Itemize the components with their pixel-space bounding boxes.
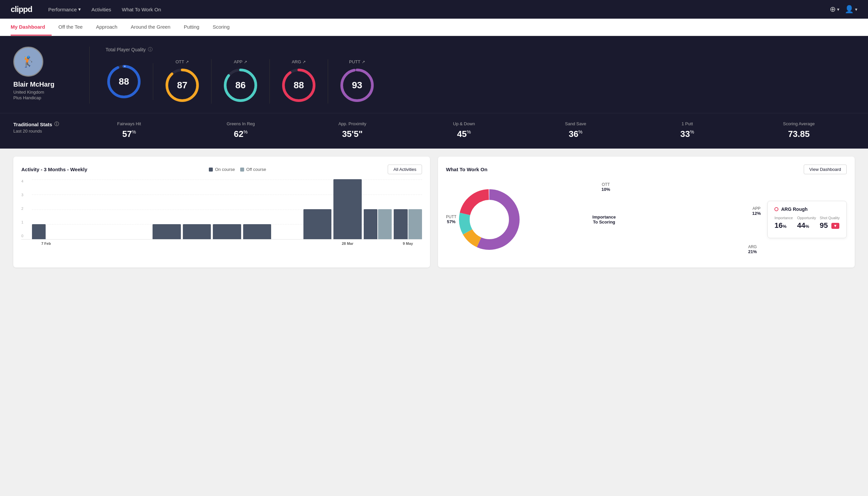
activity-title: Activity - 3 Months - Weekly	[21, 167, 87, 172]
donut-arg-label: ARG 21%	[748, 245, 757, 254]
bar-group-12	[394, 209, 422, 239]
putt-ring-value: 93	[352, 80, 362, 91]
bar-group-5	[183, 224, 211, 239]
bar-chart-inner: 0 1 2 3 4	[21, 180, 422, 239]
shot-quality-value: 95 ▼	[820, 221, 840, 230]
work-on-body: Importance To Scoring OTT 10% APP 12% AR…	[446, 180, 847, 260]
on-course-dot	[209, 168, 213, 172]
stat-one-putt: 1 Putt 33%	[632, 121, 743, 139]
app-ring: 86	[222, 67, 259, 104]
subnav-my-dashboard[interactable]: My Dashboard	[11, 19, 52, 36]
main-ring-value: 88	[119, 76, 129, 87]
stat-proximity-value: 35'5"	[342, 129, 363, 139]
stat-greens-value: 62%	[234, 129, 248, 139]
view-dashboard-button[interactable]: View Dashboard	[804, 165, 847, 174]
main-ring: 88	[106, 63, 142, 100]
info-dot	[774, 207, 778, 211]
nav-activities[interactable]: Activities	[92, 4, 111, 15]
add-button[interactable]: ⊕▾	[830, 5, 839, 14]
player-name: Blair McHarg	[13, 81, 54, 88]
metric-shot-quality: Shot Quality 95 ▼	[820, 216, 840, 230]
subnav-around-the-green[interactable]: Around the Green	[124, 19, 177, 36]
x-label-may: 9 May	[394, 242, 422, 246]
bar-on-6	[213, 224, 241, 239]
bar-group-11	[364, 209, 392, 239]
stat-app-proximity: App. Proximity 35'5"	[297, 121, 408, 139]
quality-title: Total Player Quality ⓘ	[106, 47, 855, 52]
quality-ott-card: OTT ↗ 87	[153, 59, 211, 104]
arg-ring: 88	[281, 67, 317, 104]
bar-chart: 0 1 2 3 4	[21, 180, 422, 246]
x-label-mar: 28 Mar	[333, 242, 362, 246]
x-labels: 7 Feb 28 Mar 9 May	[21, 242, 422, 246]
donut-svg	[453, 183, 526, 256]
arg-label: ARG ↗	[292, 59, 306, 64]
all-activities-button[interactable]: All Activities	[388, 165, 422, 174]
stat-sand-save: Sand Save 36%	[520, 121, 632, 139]
bar-on-12	[394, 209, 407, 239]
bar-on-7	[243, 224, 271, 239]
stat-fairways-value: 57%	[122, 129, 136, 139]
stat-up-down: Up & Down 45%	[408, 121, 520, 139]
top-nav: clippd Performance ▾ Activities What To …	[0, 0, 868, 19]
help-icon[interactable]: ⓘ	[148, 47, 153, 52]
opportunity-value: 44%	[797, 221, 817, 230]
bar-group-7	[243, 224, 271, 239]
subnav-scoring[interactable]: Scoring	[206, 19, 236, 36]
stats-label: Traditional Stats ⓘ Last 20 rounds	[13, 121, 73, 134]
bar-on-11	[364, 209, 377, 239]
shot-quality-badge: ▼	[831, 223, 839, 229]
ott-trend-icon: ↗	[186, 60, 189, 64]
bar-group-0	[32, 224, 60, 239]
subnav-off-the-tee[interactable]: Off the Tee	[52, 19, 89, 36]
bar-group-9	[303, 209, 332, 239]
putt-trend-icon: ↗	[362, 60, 365, 64]
subnav-approach[interactable]: Approach	[89, 19, 124, 36]
stat-sand-value: 36%	[569, 129, 582, 139]
donut-ott-label: OTT 10%	[601, 182, 610, 192]
donut-putt-label: PUTT 57%	[446, 215, 456, 224]
quality-section: Total Player Quality ⓘ 88 OTT	[106, 47, 855, 104]
bar-off-12	[408, 209, 422, 239]
arg-trend-icon: ↗	[302, 60, 306, 64]
legend-off-course: Off course	[240, 167, 266, 172]
app-label: APP ↗	[234, 59, 247, 64]
logo[interactable]: clippd	[11, 5, 32, 14]
bar-off-11	[378, 209, 392, 239]
stat-updown-value: 45%	[457, 129, 471, 139]
nav-performance[interactable]: Performance ▾	[48, 4, 81, 15]
bar-on-10	[333, 179, 362, 239]
bottom-section: Activity - 3 Months - Weekly On course O…	[0, 149, 868, 276]
info-card-title: ARG Rough	[774, 206, 840, 212]
stat-fairways-hit: Fairways Hit 57%	[73, 121, 185, 139]
nav-what-to-work-on[interactable]: What To Work On	[122, 4, 161, 15]
nav-right: ⊕▾ 👤▾	[830, 5, 857, 14]
ott-ring: 87	[164, 67, 201, 104]
stat-scoring-value: 73.85	[788, 129, 810, 139]
bar-on-4	[153, 224, 181, 239]
subnav-putting[interactable]: Putting	[177, 19, 206, 36]
quality-app-card: APP ↗ 86	[211, 59, 270, 104]
player-handicap: Plus Handicap	[13, 95, 41, 100]
stats-items: Fairways Hit 57% Greens In Reg 62% App. …	[73, 121, 855, 139]
donut-center-line2: To Scoring	[593, 219, 616, 224]
player-country: United Kingdom	[13, 90, 44, 95]
work-on-title: What To Work On	[446, 167, 487, 172]
ott-ring-value: 87	[177, 80, 187, 91]
chart-legend: On course Off course	[209, 167, 266, 172]
quality-cards: 88 OTT ↗ 87 AP	[106, 59, 855, 104]
hero-section: 🏌️ Blair McHarg United Kingdom Plus Hand…	[0, 36, 868, 113]
app-trend-icon: ↗	[244, 60, 247, 64]
player-info: 🏌️ Blair McHarg United Kingdom Plus Hand…	[13, 47, 73, 100]
bar-on-5	[183, 224, 211, 239]
stat-oneputt-value: 33%	[680, 129, 694, 139]
bar-group-4	[153, 224, 181, 239]
user-menu[interactable]: 👤▾	[845, 5, 857, 14]
info-card: ARG Rough Importance 16% Opportunity 44%	[768, 201, 847, 238]
legend-on-course: On course	[209, 167, 235, 172]
off-course-dot	[240, 168, 244, 172]
donut-area: Importance To Scoring OTT 10% APP 12% AR…	[446, 180, 762, 260]
importance-value: 16%	[774, 221, 794, 230]
stats-help-icon[interactable]: ⓘ	[54, 121, 59, 127]
work-on-card: What To Work On View Dashboard Impo	[438, 157, 855, 267]
